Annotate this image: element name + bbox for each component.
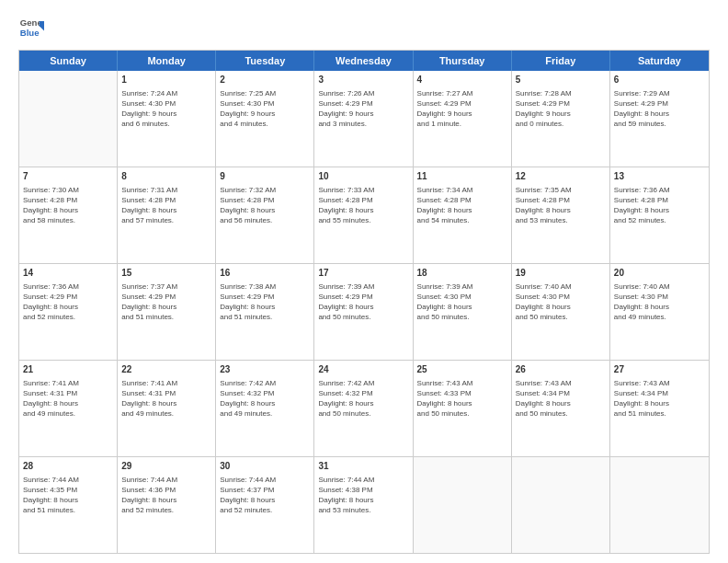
calendar-row-3: 14Sunrise: 7:36 AM Sunset: 4:29 PM Dayli… <box>19 264 709 361</box>
cell-date: 20 <box>614 267 705 280</box>
calendar-cell: 13Sunrise: 7:36 AM Sunset: 4:28 PM Dayli… <box>610 167 709 263</box>
cell-info: Sunrise: 7:39 AM Sunset: 4:30 PM Dayligh… <box>417 282 507 323</box>
calendar-cell <box>414 457 512 553</box>
cell-date: 21 <box>23 363 113 376</box>
calendar-cell: 9Sunrise: 7:32 AM Sunset: 4:28 PM Daylig… <box>216 167 314 263</box>
cell-info: Sunrise: 7:33 AM Sunset: 4:28 PM Dayligh… <box>318 185 408 226</box>
cell-info: Sunrise: 7:39 AM Sunset: 4:29 PM Dayligh… <box>318 282 408 323</box>
cell-date: 14 <box>23 267 113 280</box>
calendar-row-5: 28Sunrise: 7:44 AM Sunset: 4:35 PM Dayli… <box>19 457 709 553</box>
cell-date: 17 <box>318 267 408 280</box>
cell-info: Sunrise: 7:43 AM Sunset: 4:34 PM Dayligh… <box>614 378 705 419</box>
calendar-cell: 18Sunrise: 7:39 AM Sunset: 4:30 PM Dayli… <box>414 264 512 360</box>
cell-info: Sunrise: 7:44 AM Sunset: 4:36 PM Dayligh… <box>121 475 211 516</box>
cell-date: 16 <box>220 267 310 280</box>
cell-date: 24 <box>318 363 408 376</box>
calendar-cell: 24Sunrise: 7:42 AM Sunset: 4:32 PM Dayli… <box>314 361 413 456</box>
cell-info: Sunrise: 7:42 AM Sunset: 4:32 PM Dayligh… <box>318 378 408 419</box>
header-day-tuesday: Tuesday <box>216 51 314 71</box>
header-day-friday: Friday <box>512 51 610 71</box>
header-day-wednesday: Wednesday <box>314 51 413 71</box>
cell-info: Sunrise: 7:44 AM Sunset: 4:37 PM Dayligh… <box>220 475 310 516</box>
cell-info: Sunrise: 7:31 AM Sunset: 4:28 PM Dayligh… <box>121 185 211 226</box>
cell-date: 25 <box>417 363 507 376</box>
calendar-cell: 15Sunrise: 7:37 AM Sunset: 4:29 PM Dayli… <box>118 264 216 360</box>
cell-date: 31 <box>318 460 408 473</box>
cell-date: 29 <box>121 460 211 473</box>
calendar-cell: 1Sunrise: 7:24 AM Sunset: 4:30 PM Daylig… <box>118 71 216 167</box>
calendar-cell: 28Sunrise: 7:44 AM Sunset: 4:35 PM Dayli… <box>19 457 118 553</box>
calendar-cell: 12Sunrise: 7:35 AM Sunset: 4:28 PM Dayli… <box>512 167 610 263</box>
cell-date: 15 <box>121 267 211 280</box>
calendar-cell: 31Sunrise: 7:44 AM Sunset: 4:38 PM Dayli… <box>314 457 413 553</box>
cell-date: 2 <box>220 74 310 86</box>
cell-info: Sunrise: 7:26 AM Sunset: 4:29 PM Dayligh… <box>318 88 408 130</box>
cell-info: Sunrise: 7:37 AM Sunset: 4:29 PM Dayligh… <box>121 282 211 323</box>
cell-info: Sunrise: 7:32 AM Sunset: 4:28 PM Dayligh… <box>220 185 310 226</box>
cell-info: Sunrise: 7:43 AM Sunset: 4:33 PM Dayligh… <box>417 378 507 419</box>
calendar-cell: 29Sunrise: 7:44 AM Sunset: 4:36 PM Dayli… <box>118 457 216 553</box>
cell-date: 9 <box>220 170 310 183</box>
cell-date: 27 <box>614 363 705 376</box>
calendar-cell: 5Sunrise: 7:28 AM Sunset: 4:29 PM Daylig… <box>512 71 610 167</box>
cell-date: 8 <box>121 170 211 183</box>
calendar-cell: 20Sunrise: 7:40 AM Sunset: 4:30 PM Dayli… <box>610 264 709 360</box>
cell-date: 28 <box>23 460 113 473</box>
cell-info: Sunrise: 7:44 AM Sunset: 4:35 PM Dayligh… <box>23 475 113 516</box>
calendar-row-1: 1Sunrise: 7:24 AM Sunset: 4:30 PM Daylig… <box>19 71 709 167</box>
cell-date: 5 <box>516 74 606 86</box>
calendar-cell: 19Sunrise: 7:40 AM Sunset: 4:30 PM Dayli… <box>512 264 610 360</box>
calendar-cell: 4Sunrise: 7:27 AM Sunset: 4:29 PM Daylig… <box>414 71 512 167</box>
cell-info: Sunrise: 7:36 AM Sunset: 4:29 PM Dayligh… <box>23 282 113 323</box>
calendar-cell: 6Sunrise: 7:29 AM Sunset: 4:29 PM Daylig… <box>610 71 709 167</box>
cell-info: Sunrise: 7:34 AM Sunset: 4:28 PM Dayligh… <box>417 185 507 226</box>
calendar-cell: 11Sunrise: 7:34 AM Sunset: 4:28 PM Dayli… <box>414 167 512 263</box>
cell-date: 11 <box>417 170 507 183</box>
cell-date: 26 <box>516 363 606 376</box>
calendar-header: SundayMondayTuesdayWednesdayThursdayFrid… <box>19 51 709 71</box>
calendar-cell: 26Sunrise: 7:43 AM Sunset: 4:34 PM Dayli… <box>512 361 610 456</box>
calendar-cell <box>610 457 709 553</box>
cell-date: 12 <box>516 170 606 183</box>
cell-info: Sunrise: 7:44 AM Sunset: 4:38 PM Dayligh… <box>318 475 408 516</box>
calendar-cell <box>19 71 118 167</box>
calendar-cell: 23Sunrise: 7:42 AM Sunset: 4:32 PM Dayli… <box>216 361 314 456</box>
header-day-thursday: Thursday <box>414 51 512 71</box>
cell-date: 18 <box>417 267 507 280</box>
cell-date: 7 <box>23 170 113 183</box>
calendar-cell: 10Sunrise: 7:33 AM Sunset: 4:28 PM Dayli… <box>314 167 413 263</box>
calendar-row-2: 7Sunrise: 7:30 AM Sunset: 4:28 PM Daylig… <box>19 167 709 264</box>
logo-icon: General Blue <box>18 15 44 40</box>
calendar-cell <box>512 457 610 553</box>
calendar-cell: 17Sunrise: 7:39 AM Sunset: 4:29 PM Dayli… <box>314 264 413 360</box>
svg-text:Blue: Blue <box>20 28 40 38</box>
cell-date: 10 <box>318 170 408 183</box>
calendar: SundayMondayTuesdayWednesdayThursdayFrid… <box>18 50 710 554</box>
cell-date: 22 <box>121 363 211 376</box>
header-day-monday: Monday <box>118 51 216 71</box>
cell-info: Sunrise: 7:40 AM Sunset: 4:30 PM Dayligh… <box>516 282 606 323</box>
calendar-cell: 27Sunrise: 7:43 AM Sunset: 4:34 PM Dayli… <box>610 361 709 456</box>
logo: General Blue <box>18 15 44 40</box>
cell-date: 3 <box>318 74 408 86</box>
calendar-body: 1Sunrise: 7:24 AM Sunset: 4:30 PM Daylig… <box>19 71 709 553</box>
cell-date: 6 <box>614 74 705 86</box>
cell-date: 4 <box>417 74 507 86</box>
cell-info: Sunrise: 7:35 AM Sunset: 4:28 PM Dayligh… <box>516 185 606 226</box>
calendar-cell: 16Sunrise: 7:38 AM Sunset: 4:29 PM Dayli… <box>216 264 314 360</box>
cell-info: Sunrise: 7:38 AM Sunset: 4:29 PM Dayligh… <box>220 282 310 323</box>
calendar-cell: 30Sunrise: 7:44 AM Sunset: 4:37 PM Dayli… <box>216 457 314 553</box>
cell-date: 30 <box>220 460 310 473</box>
cell-info: Sunrise: 7:36 AM Sunset: 4:28 PM Dayligh… <box>614 185 705 226</box>
cell-date: 1 <box>121 74 211 86</box>
calendar-cell: 2Sunrise: 7:25 AM Sunset: 4:30 PM Daylig… <box>216 71 314 167</box>
calendar-cell: 3Sunrise: 7:26 AM Sunset: 4:29 PM Daylig… <box>314 71 413 167</box>
cell-info: Sunrise: 7:24 AM Sunset: 4:30 PM Dayligh… <box>121 88 211 130</box>
cell-info: Sunrise: 7:42 AM Sunset: 4:32 PM Dayligh… <box>220 378 310 419</box>
cell-info: Sunrise: 7:29 AM Sunset: 4:29 PM Dayligh… <box>614 88 705 130</box>
svg-marker-2 <box>40 21 44 31</box>
calendar-cell: 21Sunrise: 7:41 AM Sunset: 4:31 PM Dayli… <box>19 361 118 456</box>
cell-info: Sunrise: 7:27 AM Sunset: 4:29 PM Dayligh… <box>417 88 507 130</box>
calendar-cell: 22Sunrise: 7:41 AM Sunset: 4:31 PM Dayli… <box>118 361 216 456</box>
calendar-cell: 7Sunrise: 7:30 AM Sunset: 4:28 PM Daylig… <box>19 167 118 263</box>
